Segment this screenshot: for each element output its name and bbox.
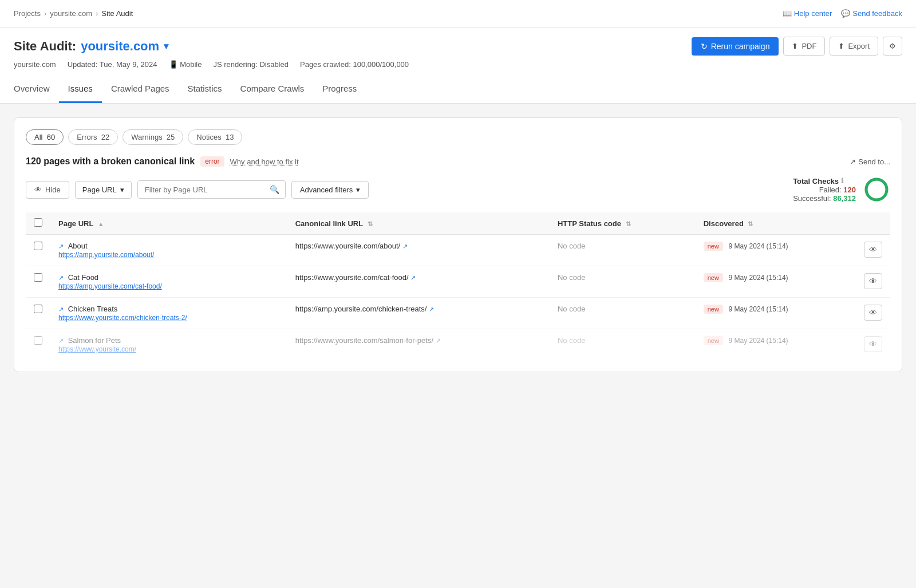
canonical-url-text: https://www.yoursite.com/salmon-for-pets… bbox=[295, 336, 433, 345]
table-row: ↗ Chicken Treats https://www.yoursite.co… bbox=[26, 298, 890, 329]
discovered-cell: new 9 May 2024 (15:14) 👁 bbox=[696, 235, 890, 266]
canonical-url-cell: https://www.yoursite.com/cat-food/ ↗ bbox=[287, 266, 550, 298]
sort-discovered-icon: ⇅ bbox=[748, 220, 753, 227]
view-button[interactable]: 👁 bbox=[864, 273, 882, 289]
send-to-button[interactable]: ↗ Send to... bbox=[850, 157, 890, 166]
book-icon: 📖 bbox=[783, 9, 792, 18]
tab-progress[interactable]: Progress bbox=[313, 76, 366, 103]
page-url-cell: ↗ Salmon for Pets https://www.yoursite.c… bbox=[50, 329, 287, 361]
breadcrumb-current: Site Audit bbox=[101, 9, 133, 18]
view-button[interactable]: 👁 bbox=[864, 336, 882, 352]
row-checkbox-0[interactable] bbox=[34, 242, 42, 250]
error-badge: error bbox=[200, 156, 224, 167]
status-cell: No code bbox=[550, 266, 696, 298]
canonical-url-cell: https://amp.yoursite.com/chicken-treats/… bbox=[287, 298, 550, 329]
tab-issues[interactable]: Issues bbox=[59, 76, 102, 103]
filter-tabs: All 60 Errors 22 Warnings 25 Notices 13 bbox=[26, 129, 890, 145]
tab-statistics[interactable]: Statistics bbox=[179, 76, 231, 103]
meta-js: JS rendering: Disabled bbox=[213, 60, 289, 69]
page-url-cell: ↗ About https://amp.yoursite.com/about/ bbox=[50, 235, 287, 266]
discovered-date: 9 May 2024 (15:14) bbox=[729, 337, 788, 345]
top-bar: Projects › yoursite.com › Site Audit 📖 H… bbox=[0, 0, 916, 27]
select-all-header[interactable] bbox=[26, 212, 50, 235]
filter-input[interactable] bbox=[138, 181, 264, 198]
sort-page-url-icon: ▲ bbox=[98, 220, 104, 227]
tab-overview[interactable]: Overview bbox=[14, 76, 59, 103]
page-url-link[interactable]: https://amp.yoursite.com/cat-food/ bbox=[58, 282, 162, 290]
row-checkbox-cell bbox=[26, 266, 50, 298]
issue-header: 120 pages with a broken canonical link e… bbox=[26, 156, 890, 167]
tab-compare-crawls[interactable]: Compare Crawls bbox=[231, 76, 314, 103]
search-icon[interactable]: 🔍 bbox=[264, 181, 285, 198]
why-fix-link[interactable]: Why and how to fix it bbox=[230, 157, 299, 166]
col-status[interactable]: HTTP Status code ⇅ bbox=[550, 212, 696, 235]
domain-dropdown-icon[interactable]: ▾ bbox=[164, 41, 168, 52]
col-discovered[interactable]: Total Checks Discovered ⇅ bbox=[696, 212, 890, 235]
row-checkbox-3[interactable] bbox=[34, 336, 42, 345]
sort-canonical-icon: ⇅ bbox=[368, 220, 373, 227]
mobile-icon: 📱 bbox=[169, 60, 178, 69]
breadcrumb-domain[interactable]: yoursite.com bbox=[50, 9, 92, 18]
pdf-button[interactable]: ⬆ PDF bbox=[783, 37, 825, 56]
discovered-date: 9 May 2024 (15:14) bbox=[729, 305, 788, 313]
discovered-date: 9 May 2024 (15:14) bbox=[729, 274, 788, 282]
top-actions: 📖 Help center 💬 Send feedback bbox=[783, 9, 902, 18]
view-button[interactable]: 👁 bbox=[864, 305, 882, 321]
status-value: No code bbox=[558, 305, 585, 313]
canonical-ext-icon: ↗ bbox=[429, 306, 434, 313]
meta-domain: yoursite.com bbox=[14, 60, 56, 69]
page-url-cell: ↗ Cat Food https://amp.yoursite.com/cat-… bbox=[50, 266, 287, 298]
issue-title: 120 pages with a broken canonical link bbox=[26, 156, 195, 167]
eye-icon: 👁 bbox=[34, 186, 42, 194]
breadcrumb-projects[interactable]: Projects bbox=[14, 9, 41, 18]
tab-crawled-pages[interactable]: Crawled Pages bbox=[102, 76, 179, 103]
export-button[interactable]: ⬆ Export bbox=[830, 37, 878, 56]
discovered-cell: new 9 May 2024 (15:14) 👁 bbox=[696, 266, 890, 298]
advanced-filters-button[interactable]: Advanced filters ▾ bbox=[291, 181, 369, 199]
col-page-url[interactable]: Page URL ▲ bbox=[50, 212, 287, 235]
discovered-date: 9 May 2024 (15:14) bbox=[729, 242, 788, 250]
view-button[interactable]: 👁 bbox=[864, 242, 882, 258]
total-checks-label: Total Checks ℹ bbox=[793, 177, 856, 186]
status-cell: No code bbox=[550, 298, 696, 329]
page-url-link[interactable]: https://www.yoursite.com/chicken-treats-… bbox=[58, 314, 187, 322]
page-url-link[interactable]: https://www.yoursite.com/ bbox=[58, 345, 136, 353]
nav-tabs: Overview Issues Crawled Pages Statistics… bbox=[0, 76, 916, 104]
select-all-checkbox[interactable] bbox=[34, 218, 42, 227]
status-cell: No code bbox=[550, 235, 696, 266]
help-center-link[interactable]: 📖 Help center bbox=[783, 9, 832, 18]
new-badge: new bbox=[704, 305, 723, 314]
page-url-dropdown[interactable]: Page URL ▾ bbox=[75, 181, 132, 199]
new-badge: new bbox=[704, 273, 723, 282]
filter-tab-all[interactable]: All 60 bbox=[26, 129, 64, 145]
row-checkbox-2[interactable] bbox=[34, 305, 42, 313]
rerun-campaign-button[interactable]: ↻ Rerun campaign bbox=[692, 37, 779, 56]
hide-button[interactable]: 👁 Hide bbox=[26, 181, 69, 199]
page-url-link[interactable]: https://amp.yoursite.com/about/ bbox=[58, 251, 154, 259]
canonical-url-text: https://www.yoursite.com/cat-food/ bbox=[295, 273, 409, 282]
total-checks-box: Total Checks ℹ Failed: 120 Successful: 8… bbox=[793, 176, 890, 203]
filter-input-wrap: 🔍 bbox=[137, 180, 286, 199]
filter-tab-warnings[interactable]: Warnings 25 bbox=[123, 129, 183, 145]
feedback-icon: 💬 bbox=[841, 9, 850, 18]
checks-stats: Failed: 120 Successful: 86,312 bbox=[793, 186, 856, 203]
external-link-icon: ↗ bbox=[58, 243, 64, 250]
table-row: ↗ Cat Food https://amp.yoursite.com/cat-… bbox=[26, 266, 890, 298]
page-url-cell: ↗ Chicken Treats https://www.yoursite.co… bbox=[50, 298, 287, 329]
toolbar-row: 👁 Hide Page URL ▾ 🔍 Advanced filters ▾ T… bbox=[26, 176, 890, 203]
filter-tab-errors[interactable]: Errors 22 bbox=[68, 129, 118, 145]
settings-button[interactable]: ⚙ bbox=[883, 37, 902, 56]
row-checkbox-cell bbox=[26, 329, 50, 361]
breadcrumb: Projects › yoursite.com › Site Audit bbox=[14, 9, 133, 18]
header-buttons: ↻ Rerun campaign ⬆ PDF ⬆ Export ⚙ bbox=[692, 37, 902, 56]
send-feedback-link[interactable]: 💬 Send feedback bbox=[841, 9, 902, 18]
canonical-url-text: https://amp.yoursite.com/chicken-treats/ bbox=[295, 305, 427, 313]
canonical-url-cell: https://www.yoursite.com/salmon-for-pets… bbox=[287, 329, 550, 361]
rerun-icon: ↻ bbox=[701, 42, 708, 51]
status-value: No code bbox=[558, 273, 585, 282]
external-link-icon: ↗ bbox=[58, 306, 64, 313]
filter-tab-notices[interactable]: Notices 13 bbox=[188, 129, 242, 145]
row-checkbox-1[interactable] bbox=[34, 273, 42, 282]
col-canonical-url[interactable]: Canonical link URL ⇅ bbox=[287, 212, 550, 235]
chevron-down-icon-2: ▾ bbox=[356, 186, 360, 194]
